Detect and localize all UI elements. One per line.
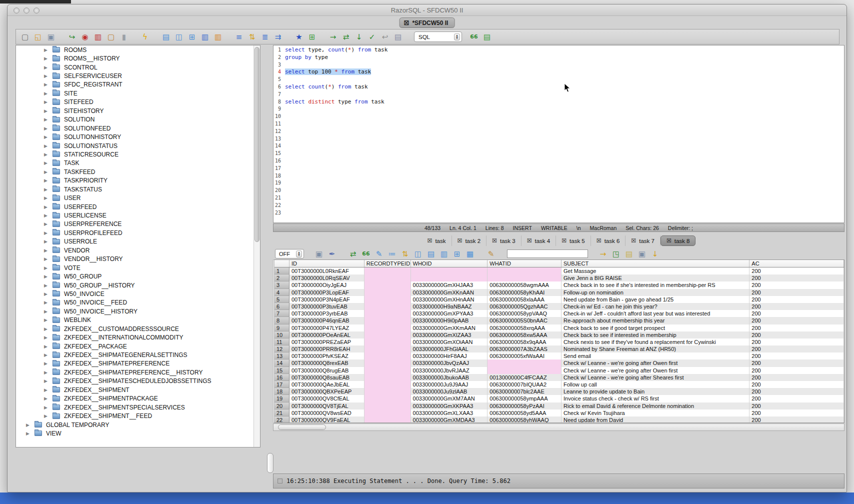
cell-whatid[interactable]: 006300000058xw5AAA <box>488 332 562 338</box>
row-number[interactable]: 21 <box>274 410 290 416</box>
disclosure-triangle-icon[interactable]: ▶ <box>44 318 49 322</box>
disclosure-triangle-icon[interactable]: ▶ <box>44 187 49 192</box>
cell-whatid[interactable]: 006300000058ympAAA <box>488 395 562 402</box>
grid-horizontal-scrollbar[interactable] <box>273 424 844 431</box>
cell-recordtypeid[interactable] <box>364 395 411 402</box>
paste-grid-icon[interactable]: ▦ <box>465 249 475 259</box>
cell-id[interactable]: 00T3000000PfvKSEAZ <box>290 352 364 360</box>
tree-item-w50-group[interactable]: ▶W50_GROUP <box>16 272 260 280</box>
row-number-header[interactable] <box>274 260 290 267</box>
tab-close-icon[interactable]: ☒ <box>666 238 672 244</box>
cell-whatid[interactable] <box>488 274 562 282</box>
table-star-icon[interactable]: ⊞ <box>307 32 317 42</box>
cell-ac[interactable]: 200 <box>750 338 844 346</box>
cell-whatid[interactable]: 00630000005QgzhAAC <box>488 303 562 310</box>
row-number[interactable]: 1 <box>274 268 290 274</box>
go-icon[interactable]: → <box>328 32 338 42</box>
disclosure-triangle-icon[interactable]: ▶ <box>44 352 49 358</box>
cell-whoid[interactable]: 0033000000GmXHnAAN <box>411 296 488 303</box>
cell-subject[interactable]: Rick to email David & reference Delmonte… <box>562 402 750 410</box>
cell-id[interactable]: 00T3000000QV8CfEAL <box>290 395 364 402</box>
cell-whoid[interactable]: 0033000000JbvQzAAJ <box>411 360 488 366</box>
cell-whatid[interactable]: 006300000058yPzAAI <box>488 402 562 410</box>
highlighter-icon[interactable]: ✎ <box>486 249 496 259</box>
tab-close-icon[interactable]: ☒ <box>492 238 497 244</box>
cell-recordtypeid[interactable] <box>364 402 411 410</box>
cell-ac[interactable]: 200 <box>750 416 844 423</box>
disclosure-triangle-icon[interactable]: ▶ <box>44 361 49 366</box>
cell-ac[interactable]: 200 <box>750 317 844 324</box>
cell-subject[interactable]: Check-in w/ Ed - can he join this year? <box>562 303 750 310</box>
cell-id[interactable]: 00T3000000PREZaEAP <box>290 338 364 346</box>
row-number[interactable]: 16 <box>274 374 290 381</box>
code-line-13[interactable] <box>285 136 844 143</box>
cell-whatid[interactable]: 006300000058ypVAAQ <box>488 310 562 317</box>
cell-whoid[interactable]: 0033000000H9i0pAAB <box>411 317 488 324</box>
cell-whatid[interactable]: 00630000007blc2AAE <box>488 388 562 395</box>
disclosure-triangle-icon[interactable]: ▶ <box>44 65 49 70</box>
tree-item-zkfedex-shipmatepreference-history[interactable]: ▶ZKFEDEX__SHIPMATEPREFERENCE__HISTORY <box>16 368 260 376</box>
cell-id[interactable]: 00T3000000QV8wsEAD <box>290 410 364 416</box>
tree-item-userfeed[interactable]: ▶USERFEED <box>16 202 260 211</box>
cell-recordtypeid[interactable] <box>364 296 411 303</box>
code-line-21[interactable] <box>285 194 844 202</box>
tree-item-solution[interactable]: ▶SOLUTION <box>16 116 260 124</box>
cell-ac[interactable]: 200 <box>750 395 844 402</box>
filter-icon[interactable]: ✒ <box>327 249 337 259</box>
cell-subject[interactable]: Check back to see if interested in membe… <box>562 332 750 338</box>
cell-whatid[interactable] <box>488 268 562 274</box>
code-line-10[interactable] <box>285 113 844 120</box>
sort-rows-icon[interactable]: ⇅ <box>400 249 410 259</box>
cell-recordtypeid[interactable] <box>364 332 411 338</box>
disclosure-triangle-icon[interactable]: ▶ <box>26 431 31 436</box>
disclosure-triangle-icon[interactable]: ▶ <box>44 326 49 332</box>
cell-whoid[interactable]: 0033000000GmXOiAAN <box>411 338 488 346</box>
cell-whatid[interactable]: 00630000007A3bZAAS <box>488 346 562 352</box>
column-header-subject[interactable]: SUBJECT <box>562 260 750 267</box>
cell-whoid[interactable]: 0033000000GmXPYAA3 <box>411 310 488 317</box>
result-tab-task-6[interactable]: ☒task 6 <box>591 236 626 246</box>
download-icon[interactable]: ↓ <box>650 249 660 259</box>
tree-item-sitefeed[interactable]: ▶SITEFEED <box>16 98 260 106</box>
cell-whoid[interactable]: 0033000000GmXKnAAN <box>411 289 488 296</box>
row-number[interactable]: 19 <box>274 395 290 402</box>
row-number[interactable]: 10 <box>274 332 290 338</box>
cell-whatid[interactable]: 006300000058wgmAAA <box>488 282 562 288</box>
tab-close-icon[interactable]: ☒ <box>596 238 602 244</box>
cell-ac[interactable]: 200 <box>750 374 844 381</box>
cell-id[interactable]: 00T3000000Q8rexEAB <box>290 360 364 366</box>
cell-subject[interactable]: Check-in w/ Jeff - couldn't afford last … <box>562 310 750 317</box>
cell-whoid[interactable]: 0033000000HirF8AAJ <box>411 352 488 360</box>
cell-ac[interactable]: 200 <box>750 274 844 282</box>
disclosure-triangle-icon[interactable]: ▶ <box>44 283 49 288</box>
cell-whatid[interactable]: 006300000058yKhAAI <box>488 289 562 296</box>
refresh-grid-icon[interactable]: ◫ <box>413 249 423 259</box>
export-table-icon[interactable]: ◳ <box>611 249 621 259</box>
cell-subject[interactable]: Follow-up on nomination <box>562 289 750 296</box>
disclosure-triangle-icon[interactable]: ▶ <box>44 266 49 270</box>
cell-ac[interactable]: 200 <box>750 310 844 317</box>
row-number[interactable]: 15 <box>274 367 290 374</box>
cell-whatid[interactable] <box>488 360 562 366</box>
cell-subject[interactable]: Check w/ Kevin Tsujihara <box>562 410 750 416</box>
tree-item-selfserviceuser[interactable]: ▶SELFSERVICEUSER <box>16 72 260 80</box>
cell-recordtypeid[interactable] <box>364 374 411 381</box>
format-icon[interactable]: ≣ <box>260 32 270 42</box>
disclosure-triangle-icon[interactable]: ▶ <box>44 248 49 253</box>
disclosure-triangle-icon[interactable]: ▶ <box>44 239 49 244</box>
cell-whoid[interactable]: 0033000000GmXHJAA3 <box>411 282 488 288</box>
cell-id[interactable]: 00T3000000L0RqSEAV <box>290 274 364 282</box>
cell-whoid[interactable]: 0033000000GmXLXAA3 <box>411 410 488 416</box>
code-line-11[interactable] <box>285 120 844 128</box>
cell-recordtypeid[interactable] <box>364 416 411 423</box>
code-line-8[interactable]: select distinct type from task <box>285 98 844 106</box>
cell-whatid[interactable]: 006300000058xlaAAA <box>488 296 562 303</box>
indent-icon[interactable]: ⇉ <box>273 32 283 42</box>
column-header-whoid[interactable]: WHOID <box>411 260 488 267</box>
tree-item-zkfedex-shipmategeneralsettings[interactable]: ▶ZKFEDEX__SHIPMATEGENERALSETTINGS <box>16 350 260 359</box>
bookmarks-icon[interactable]: ▥ <box>213 32 223 42</box>
disclosure-triangle-icon[interactable]: ▶ <box>44 108 49 114</box>
disclosure-triangle-icon[interactable]: ▶ <box>44 213 49 218</box>
tab-close-icon[interactable]: ☒ <box>428 238 432 244</box>
cell-id[interactable]: 00T3000000POeAnEAL <box>290 332 364 338</box>
